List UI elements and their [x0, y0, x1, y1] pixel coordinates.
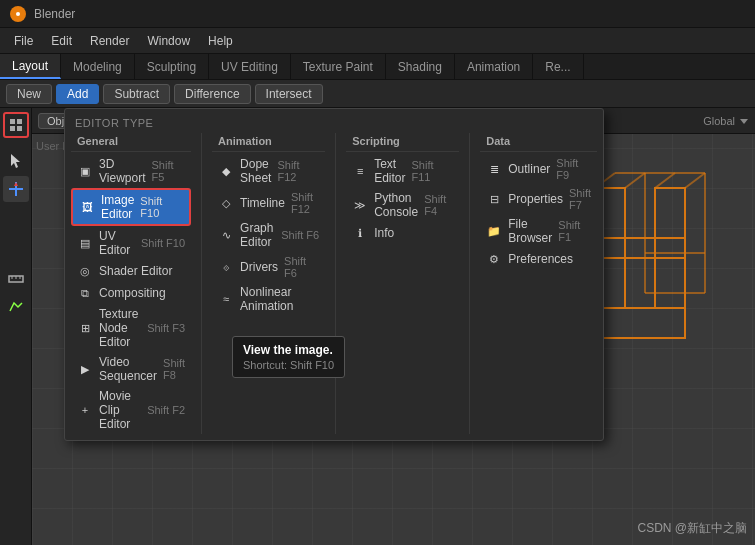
menu-window[interactable]: Window	[139, 32, 198, 50]
dropdown-item-uv-editor[interactable]: ▤ UV Editor Shift F10	[71, 226, 191, 260]
image-editor-icon: 🖼	[79, 199, 95, 215]
svg-line-19	[655, 173, 675, 188]
global-label: Global	[703, 115, 735, 127]
menu-edit[interactable]: Edit	[43, 32, 80, 50]
video-seq-icon: ▶	[77, 361, 93, 377]
timeline-label: Timeline	[240, 196, 285, 210]
dropdown-section-label: Editor Type	[65, 117, 603, 133]
3d-viewport-shortcut: Shift F5	[151, 159, 185, 183]
svg-rect-3	[17, 119, 22, 124]
add-button[interactable]: Add	[56, 84, 99, 104]
svg-rect-15	[595, 238, 685, 258]
col-header-animation: Animation	[212, 133, 325, 152]
dropdown-item-properties[interactable]: ⊟ Properties Shift F7	[480, 184, 597, 214]
shader-editor-icon: ◎	[77, 263, 93, 279]
image-editor-label: Image Editor	[101, 193, 134, 221]
timeline-shortcut: Shift F12	[291, 191, 319, 215]
dropdown-item-dope-sheet[interactable]: ◆ Dope Sheet Shift F12	[212, 154, 325, 188]
title-bar: Blender	[0, 0, 755, 28]
outliner-label: Outliner	[508, 162, 550, 176]
drivers-icon: ⟐	[218, 259, 234, 275]
cursor-tool-icon[interactable]	[3, 148, 29, 174]
tab-modeling[interactable]: Modeling	[61, 54, 135, 79]
dope-sheet-label: Dope Sheet	[240, 157, 271, 185]
dropdown-item-drivers[interactable]: ⟐ Drivers Shift F6	[212, 252, 325, 282]
col-divider-2	[335, 133, 336, 434]
viewport[interactable]: Object Mode View Select Add Object Globa…	[32, 108, 755, 545]
svg-rect-4	[10, 126, 15, 131]
nla-icon: ≈	[218, 291, 234, 307]
dropdown-item-video-sequencer[interactable]: ▶ Video Sequencer Shift F8	[71, 352, 191, 386]
dropdown-item-image-editor[interactable]: 🖼 Image Editor Shift F10	[71, 188, 191, 226]
dropdown-item-python-console[interactable]: ≫ Python Console Shift F4	[346, 188, 459, 222]
nla-label: Nonlinear Animation	[240, 285, 319, 313]
python-console-label: Python Console	[374, 191, 418, 219]
graph-editor-label: Graph Editor	[240, 221, 275, 249]
tab-texture-paint[interactable]: Texture Paint	[291, 54, 386, 79]
info-label: Info	[374, 226, 453, 240]
3d-object	[585, 168, 735, 448]
watermark: CSDN @新缸中之脑	[637, 520, 747, 537]
menu-render[interactable]: Render	[82, 32, 137, 50]
properties-label: Properties	[508, 192, 563, 206]
text-editor-label: Text Editor	[374, 157, 405, 185]
ruler-icon[interactable]	[3, 266, 29, 292]
python-console-icon: ≫	[352, 197, 368, 213]
tab-sculpting[interactable]: Sculpting	[135, 54, 209, 79]
dropdown-item-timeline[interactable]: ◇ Timeline Shift F12	[212, 188, 325, 218]
editor-type-icon[interactable]	[3, 112, 29, 138]
move-tool-icon[interactable]	[3, 176, 29, 202]
dropdown-col-data: Data ≣ Outliner Shift F9 ⊟ Properties Sh…	[474, 133, 603, 434]
svg-rect-14	[655, 188, 685, 308]
tab-uv-editing[interactable]: UV Editing	[209, 54, 291, 79]
chevron-down-icon	[739, 116, 749, 126]
properties-icon: ⊟	[486, 191, 502, 207]
dropdown-item-movie-clip[interactable]: + Movie Clip Editor Shift F2	[71, 386, 191, 434]
dropdown-item-nla[interactable]: ≈ Nonlinear Animation	[212, 282, 325, 316]
dropdown-item-info[interactable]: ℹ Info	[346, 222, 459, 244]
svg-marker-7	[14, 182, 18, 186]
tooltip: View the image. Shortcut: Shift F10	[232, 336, 345, 378]
measure-icon[interactable]	[3, 294, 29, 320]
compositing-icon: ⧉	[77, 285, 93, 301]
image-editor-shortcut: Shift F10	[140, 195, 183, 219]
col-divider-3	[469, 133, 470, 434]
dropdown-item-texture-node[interactable]: ⊞ Texture Node Editor Shift F3	[71, 304, 191, 352]
blender-logo-icon	[10, 6, 26, 22]
tab-shading[interactable]: Shading	[386, 54, 455, 79]
graph-editor-shortcut: Shift F6	[281, 229, 319, 241]
subtract-button[interactable]: Subtract	[103, 84, 170, 104]
dropdown-item-3d-viewport[interactable]: ▣ 3D Viewport Shift F5	[71, 154, 191, 188]
python-console-shortcut: Shift F4	[424, 193, 453, 217]
tab-rendering[interactable]: Re...	[533, 54, 583, 79]
dropdown-item-file-browser[interactable]: 📁 File Browser Shift F1	[480, 214, 597, 248]
dropdown-item-outliner[interactable]: ≣ Outliner Shift F9	[480, 154, 597, 184]
texture-node-shortcut: Shift F3	[147, 322, 185, 334]
dropdown-item-preferences[interactable]: ⚙ Preferences	[480, 248, 597, 270]
intersect-button[interactable]: Intersect	[255, 84, 323, 104]
tab-animation[interactable]: Animation	[455, 54, 533, 79]
drivers-label: Drivers	[240, 260, 278, 274]
new-button[interactable]: New	[6, 84, 52, 104]
dropdown-item-shader-editor[interactable]: ◎ Shader Editor	[71, 260, 191, 282]
difference-button[interactable]: Difference	[174, 84, 250, 104]
workspace-tabs: Layout Modeling Sculpting UV Editing Tex…	[0, 54, 755, 80]
menu-help[interactable]: Help	[200, 32, 241, 50]
uv-editor-shortcut: Shift F10	[141, 237, 185, 249]
info-icon: ℹ	[352, 225, 368, 241]
outliner-shortcut: Shift F9	[556, 157, 591, 181]
dropdown-item-graph-editor[interactable]: ∿ Graph Editor Shift F6	[212, 218, 325, 252]
col-header-data: Data	[480, 133, 597, 152]
dope-sheet-icon: ◆	[218, 163, 234, 179]
svg-rect-16	[595, 308, 685, 338]
tab-layout[interactable]: Layout	[0, 54, 61, 79]
video-seq-label: Video Sequencer	[99, 355, 157, 383]
uv-editor-label: UV Editor	[99, 229, 135, 257]
menu-file[interactable]: File	[6, 32, 41, 50]
shader-editor-label: Shader Editor	[99, 264, 185, 278]
dropdown-item-compositing[interactable]: ⧉ Compositing	[71, 282, 191, 304]
editor-type-dropdown: Editor Type General ▣ 3D Viewport Shift …	[64, 108, 604, 441]
3d-viewport-icon: ▣	[77, 163, 93, 179]
dropdown-item-text-editor[interactable]: ≡ Text Editor Shift F11	[346, 154, 459, 188]
outliner-icon: ≣	[486, 161, 502, 177]
